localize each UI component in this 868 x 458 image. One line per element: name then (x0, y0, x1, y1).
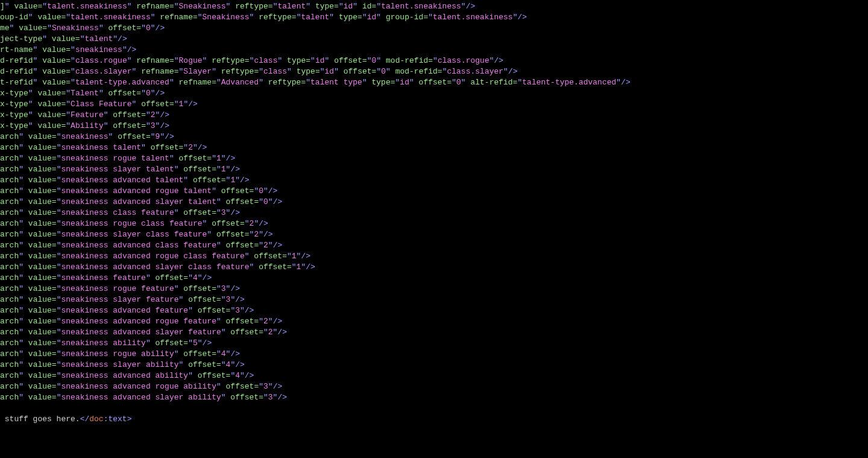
code-editor[interactable]: ]" value="talent.sneakiness" refname="Sn… (0, 0, 868, 425)
